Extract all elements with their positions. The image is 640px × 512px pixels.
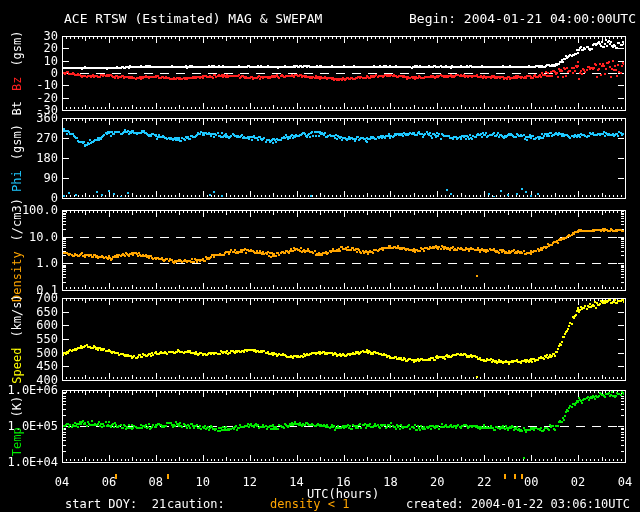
phi-units-label: (gsm) xyxy=(10,124,24,160)
y-axis-label-phi: Phi (gsm) xyxy=(10,124,24,192)
begin-timestamp: Begin: 2004-01-21 04:00:00UTC xyxy=(409,11,636,26)
caution-label: caution: xyxy=(167,497,225,511)
y-axis-label-speed: Speed (km/s) xyxy=(10,294,24,383)
speed-label: Speed xyxy=(10,348,24,384)
temp-units-label: (K) xyxy=(10,396,24,418)
caution-value: density < 1 xyxy=(270,497,349,511)
y-axis-label-bt-bz: Bt Bz (gsm) xyxy=(10,30,24,115)
density-units-label: (/cm3) xyxy=(10,198,24,241)
chart-title: ACE RTSW (Estimated) MAG & SWEPAM xyxy=(64,11,322,26)
y-axis-label-density: Density (/cm3) xyxy=(10,198,24,302)
start-doy-text: start DOY: 21 xyxy=(65,497,166,511)
phi-label: Phi xyxy=(10,170,24,192)
chart-canvas xyxy=(0,0,640,512)
bt-label: Bt xyxy=(10,101,24,115)
y-axis-label-temp: Temp (K) xyxy=(10,396,24,457)
temp-label: Temp xyxy=(10,427,24,456)
created-timestamp: created: 2004-01-22 03:06:10UTC xyxy=(406,497,630,511)
bz-label: Bz xyxy=(10,77,24,91)
bt-bz-units-label: (gsm) xyxy=(10,30,24,66)
speed-units-label: (km/s) xyxy=(10,294,24,337)
